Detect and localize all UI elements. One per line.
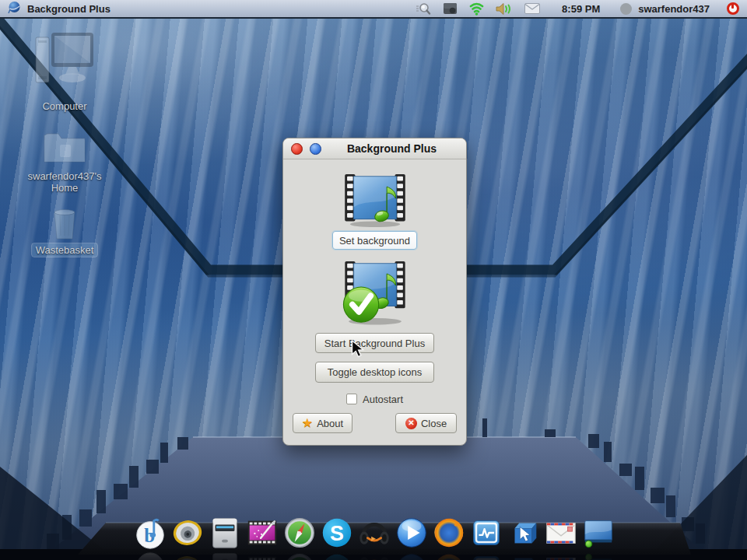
desktop-icon-label: Wastebasket bbox=[32, 243, 98, 257]
set-background-label: Set background bbox=[339, 235, 410, 247]
desktop-icon-home[interactable]: swarfendor437's Home bbox=[14, 128, 115, 195]
dock-item-skype[interactable]: SS bbox=[319, 515, 355, 551]
dialog-bottom-buttons: ★ About ✕ Close bbox=[283, 413, 466, 433]
dock-item-email-client[interactable] bbox=[543, 515, 579, 551]
toggle-button-label: Toggle desktop icons bbox=[328, 366, 422, 378]
start-background-icon bbox=[338, 261, 412, 325]
dock-item-firefox[interactable] bbox=[431, 515, 467, 551]
set-background-icon bbox=[338, 173, 412, 228]
close-button-label: Close bbox=[421, 418, 447, 429]
desktop-icon-computer[interactable]: Computer bbox=[14, 26, 115, 114]
video-editor-icon bbox=[244, 515, 280, 551]
audio-speaker-icon bbox=[170, 515, 205, 551]
skype-icon: S bbox=[319, 515, 355, 551]
autostart-checkbox[interactable] bbox=[346, 394, 357, 404]
headphones-player-icon bbox=[356, 515, 392, 551]
desktop-icon-label: Computer bbox=[38, 100, 90, 114]
desktop-icon-wastebasket[interactable]: Wastebasket bbox=[14, 208, 115, 257]
dock-item-display-settings[interactable] bbox=[580, 515, 616, 551]
about-button[interactable]: ★ About bbox=[293, 413, 352, 433]
focused-window-title: Background Plus bbox=[27, 3, 110, 15]
computer-icon bbox=[33, 26, 96, 100]
top-panel: Background Plus bbox=[0, 0, 747, 19]
close-button[interactable]: ✕ Close bbox=[395, 413, 457, 433]
mouse-cursor bbox=[351, 340, 366, 361]
svg-text:S: S bbox=[330, 522, 344, 545]
email-client-icon bbox=[543, 515, 579, 551]
midori-browser-icon bbox=[282, 515, 317, 551]
dialog-titlebar[interactable]: Background Plus bbox=[283, 138, 466, 159]
start-button-label: Start Background Plus bbox=[324, 338, 425, 349]
firefox-icon bbox=[431, 515, 467, 551]
dialog-title: Background Plus bbox=[328, 142, 458, 155]
background-plus-dialog: Background Plus bbox=[282, 138, 467, 446]
media-player-icon bbox=[394, 515, 430, 551]
home-folder-icon bbox=[41, 128, 88, 170]
dock-item-video-editor[interactable] bbox=[244, 515, 280, 551]
window-minimize-button[interactable] bbox=[310, 143, 321, 155]
dock-item-banshee-music[interactable]: bb bbox=[132, 515, 168, 551]
power-icon[interactable] bbox=[727, 2, 739, 15]
dock-item-system-monitor[interactable] bbox=[468, 515, 504, 551]
banshee-music-icon: b bbox=[132, 515, 168, 551]
dock-item-midori-browser[interactable] bbox=[282, 515, 317, 551]
set-background-button[interactable]: Set background bbox=[332, 231, 417, 250]
autostart-label: Autostart bbox=[363, 394, 403, 405]
file-archiver-icon bbox=[207, 515, 243, 551]
display-settings-icon bbox=[580, 515, 616, 551]
dock-item-media-player[interactable] bbox=[394, 515, 430, 551]
dock-item-headphones-player[interactable] bbox=[356, 515, 392, 551]
display-tray-icon[interactable] bbox=[443, 2, 458, 15]
desktop: Background Plus bbox=[0, 0, 747, 560]
desktop-icon-label: swarfendor437's Home bbox=[22, 170, 107, 195]
wastebasket-icon bbox=[48, 208, 81, 243]
system-tray bbox=[416, 2, 540, 16]
desktop-launcher-icon bbox=[506, 515, 542, 551]
app-window-icon bbox=[8, 1, 21, 17]
dock: bbSS bbox=[132, 515, 616, 551]
mail-icon[interactable] bbox=[524, 3, 540, 14]
volume-icon[interactable] bbox=[496, 2, 513, 16]
autostart-option: Autostart bbox=[346, 393, 403, 405]
toggle-desktop-icons-button[interactable]: Toggle desktop icons bbox=[315, 362, 434, 383]
search-icon[interactable] bbox=[416, 2, 431, 16]
system-monitor-icon bbox=[468, 515, 504, 551]
about-button-label: About bbox=[317, 418, 343, 429]
star-icon: ★ bbox=[302, 417, 313, 429]
dock-item-audio-speaker[interactable] bbox=[170, 515, 205, 551]
window-close-button[interactable] bbox=[291, 143, 303, 155]
network-wifi-icon[interactable] bbox=[469, 2, 484, 16]
dock-item-desktop-launcher[interactable] bbox=[506, 515, 542, 551]
close-x-icon: ✕ bbox=[405, 418, 417, 429]
desktop-icons: Computer swarfendor437's Home Wastebas bbox=[14, 26, 115, 269]
user-avatar[interactable] bbox=[620, 3, 632, 15]
start-background-plus-button[interactable]: Start Background Plus bbox=[315, 333, 434, 353]
username[interactable]: swarfendor437 bbox=[638, 3, 710, 15]
dock-item-file-archiver[interactable] bbox=[207, 515, 243, 551]
clock[interactable]: 8:59 PM bbox=[562, 3, 600, 15]
